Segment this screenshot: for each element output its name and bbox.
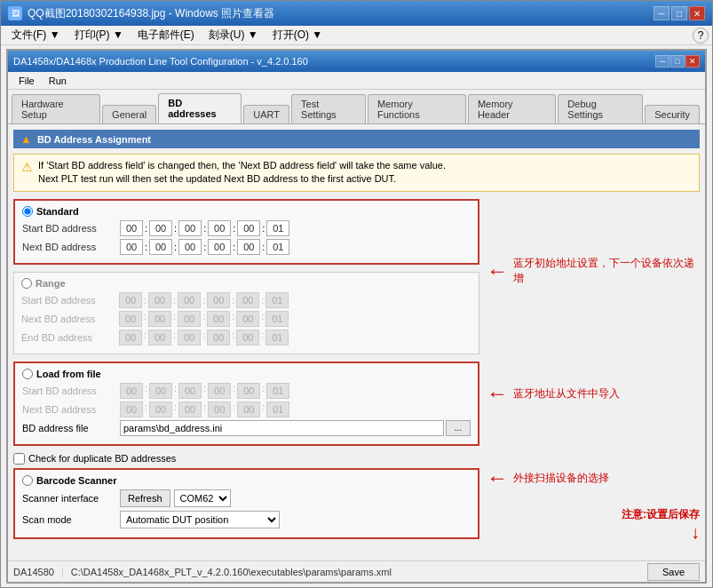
outer-menubar: 文件(F) ▼ 打印(P) ▼ 电子邮件(E) 刻录(U) ▼ 打开(O) ▼ … (1, 26, 712, 45)
arrow-left-1: ← (487, 258, 508, 283)
inner-restore-button[interactable]: □ (670, 55, 685, 68)
standard-start-label: Start BD address (22, 223, 120, 234)
close-button[interactable]: ✕ (689, 6, 705, 20)
scan-mode-label: Scan mode (22, 514, 120, 525)
menu-email[interactable]: 电子邮件(E) (131, 26, 202, 44)
minimize-button[interactable]: ─ (654, 6, 669, 20)
tab-hardware-setup[interactable]: Hardware Setup (12, 94, 100, 123)
load-start-b5 (266, 383, 289, 399)
standard-start-row: Start BD address : : : : (22, 220, 471, 236)
bd-file-input[interactable] (120, 420, 444, 436)
standard-start-b5[interactable] (266, 220, 289, 236)
duplicate-check-row: Check for duplicate BD addresses (13, 453, 479, 465)
tab-memory-functions[interactable]: Memory Functions (368, 94, 466, 123)
range-end-b4 (236, 330, 259, 346)
tab-test-settings[interactable]: Test Settings (291, 94, 366, 123)
standard-next-b3[interactable] (208, 239, 231, 255)
standard-next-b4[interactable] (237, 239, 260, 255)
scanner-interface-row: Scanner interface Refresh COM62 (22, 489, 471, 507)
scan-mode-select[interactable]: Automatic DUT position (120, 511, 280, 528)
menu-file[interactable]: 文件(F) ▼ (4, 26, 67, 44)
standard-next-b0[interactable] (120, 239, 143, 255)
barcode-radio-label: Barcode Scanner (22, 475, 471, 486)
load-next-b3 (208, 401, 231, 417)
standard-next-fields: : : : : : (120, 239, 289, 255)
inner-menu-file[interactable]: File (12, 75, 42, 87)
range-radio-label: Range (21, 278, 471, 289)
range-next-b0 (119, 311, 142, 327)
help-button[interactable]: ? (693, 28, 709, 44)
load-from-file-radio[interactable] (22, 369, 33, 379)
warning-text: If 'Start BD address field' is changed t… (38, 159, 446, 187)
tab-bd-addresses[interactable]: BD addresses (158, 93, 242, 123)
range-start-fields: : : : : : (119, 292, 289, 308)
standard-start-b2[interactable] (178, 220, 202, 236)
barcode-radio[interactable] (22, 475, 33, 486)
inner-close-button[interactable]: ✕ (685, 55, 700, 68)
browse-button[interactable]: ... (446, 420, 471, 436)
da-label: DA14580 (13, 567, 54, 577)
range-next-fields: : : : : : (119, 311, 289, 327)
inner-menu-run[interactable]: Run (42, 75, 74, 87)
tab-memory-header[interactable]: Memory Header (468, 94, 556, 123)
load-next-b1 (149, 401, 172, 417)
range-section: Range Start BD address : : : (13, 272, 479, 354)
range-end-b1 (148, 330, 171, 346)
load-radio-label: Load from file (22, 369, 471, 379)
warning-icon: ▲ (20, 132, 32, 146)
load-start-b2 (178, 383, 202, 399)
range-next-label: Next BD address (21, 314, 119, 324)
menu-print[interactable]: 打印(P) ▼ (67, 26, 131, 44)
standard-start-b3[interactable] (208, 220, 231, 236)
standard-start-b1[interactable] (149, 220, 172, 236)
annotation-3-text: 外接扫描设备的选择 (513, 471, 609, 486)
tab-general[interactable]: General (102, 105, 156, 123)
tab-security[interactable]: Security (645, 105, 700, 123)
annotation-1: ← 蓝牙初始地址设置，下一个设备依次递增 (487, 256, 700, 286)
load-start-row: Start BD address : : : : (22, 383, 471, 399)
refresh-button[interactable]: Refresh (120, 489, 170, 507)
annotation-4-text: 注意:设置后保存 (622, 507, 700, 522)
tab-debug-settings[interactable]: Debug Settings (558, 94, 643, 123)
save-button[interactable]: Save (647, 563, 700, 581)
standard-next-label: Next BD address (22, 242, 120, 252)
section-header: ▲ BD Address Assignment (13, 130, 700, 148)
range-next-b1 (148, 311, 171, 327)
com-select[interactable]: COM62 (174, 489, 231, 507)
outer-window-controls: ─ □ ✕ (654, 6, 705, 20)
range-radio[interactable] (21, 278, 32, 289)
scanner-controls: Refresh COM62 (120, 489, 231, 507)
range-start-row: Start BD address : : : : (21, 292, 471, 308)
inner-window-title: DA1458x/DA1468x Production Line Tool Con… (13, 56, 655, 67)
range-start-label: Start BD address (21, 295, 119, 306)
standard-next-b5[interactable] (266, 239, 289, 255)
load-start-b0 (120, 383, 143, 399)
standard-radio[interactable] (22, 206, 33, 217)
standard-start-fields: : : : : : (120, 220, 289, 236)
maximize-button[interactable]: □ (671, 6, 687, 20)
load-start-fields: : : : : : (120, 383, 289, 399)
standard-start-b0[interactable] (120, 220, 143, 236)
range-end-label: End BD address (21, 332, 119, 343)
range-start-b2 (178, 292, 201, 308)
range-start-b0 (119, 292, 142, 308)
inner-minimize-button[interactable]: ─ (655, 55, 669, 68)
menu-burn[interactable]: 刻录(U) ▼ (202, 26, 265, 44)
standard-radio-label: Standard (22, 206, 471, 217)
load-start-label: Start BD address (22, 385, 120, 396)
range-end-b2 (178, 330, 201, 346)
scanner-interface-label: Scanner interface (22, 493, 120, 504)
standard-start-b4[interactable] (237, 220, 260, 236)
inner-window: DA1458x/DA1468x Production Line Tool Con… (6, 49, 707, 584)
range-start-b4 (236, 292, 259, 308)
standard-next-b2[interactable] (178, 239, 202, 255)
main-content: ▲ BD Address Assignment ⚠ If 'Start BD a… (8, 123, 705, 560)
load-start-b1 (149, 383, 172, 399)
load-next-fields: : : : : : (120, 401, 289, 417)
standard-next-b1[interactable] (149, 239, 172, 255)
range-start-b3 (207, 292, 230, 308)
load-start-b4 (237, 383, 260, 399)
menu-open[interactable]: 打开(O) ▼ (265, 26, 330, 44)
duplicate-check-checkbox[interactable] (13, 453, 25, 465)
tab-uart[interactable]: UART (243, 105, 289, 123)
